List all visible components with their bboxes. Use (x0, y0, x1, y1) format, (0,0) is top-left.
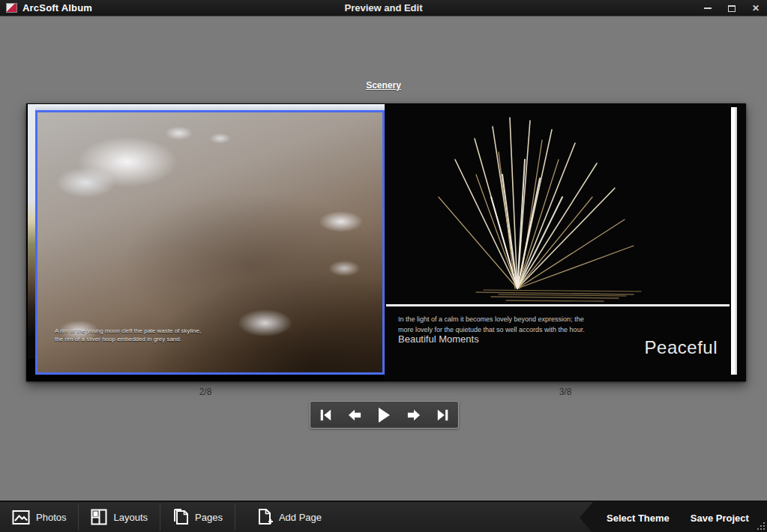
page-stack-edge (28, 104, 35, 359)
scenery-theme-link[interactable]: Scenery (366, 80, 401, 91)
right-page-quote: In the light of a calm it becomes lovely… (398, 315, 585, 335)
save-project-button[interactable]: Save Project (680, 502, 760, 532)
bottom-toolbar: Photos Layouts Pages Add Page Select The (0, 501, 767, 532)
arrow-right-icon (406, 408, 422, 422)
pages-label: Pages (195, 512, 223, 523)
app-icon (6, 3, 17, 13)
right-page-title: Peaceful (645, 337, 718, 358)
minimize-button[interactable] (701, 2, 715, 14)
previous-page-button[interactable] (342, 404, 367, 426)
pages-button[interactable]: Pages (160, 502, 235, 532)
layouts-icon (91, 509, 107, 525)
title-bar: ArcSoft Album Preview and Edit ✕ (0, 0, 767, 16)
last-page-button[interactable] (430, 404, 456, 426)
photos-button[interactable]: Photos (0, 502, 78, 532)
first-page-button[interactable] (313, 404, 338, 426)
maximize-button[interactable] (725, 2, 739, 14)
layouts-button[interactable]: Layouts (79, 502, 160, 532)
photos-icon (12, 510, 30, 525)
photos-label: Photos (36, 512, 66, 523)
layouts-label: Layouts (113, 512, 148, 523)
album-right-page[interactable]: In the light of a calm it becomes lovely… (385, 103, 746, 380)
select-theme-button[interactable]: Select Theme (596, 502, 680, 532)
right-page-number: 3/8 (385, 387, 746, 397)
right-page-subtitle: Beautiful Moments (398, 333, 479, 345)
skip-to-first-icon (319, 408, 332, 422)
toolbar-divider (235, 504, 235, 531)
preview-workspace: Scenery A rim of the young moon cleft th… (0, 16, 767, 501)
right-page-photo[interactable] (386, 107, 730, 304)
page-navigation-bar (310, 401, 459, 429)
page-edge-stripe (731, 107, 737, 375)
toolbar-action-group: Select Theme Save Project Print (580, 502, 767, 532)
next-page-button[interactable] (401, 404, 427, 426)
photo-frame-line (386, 304, 730, 306)
bush-illustration (386, 107, 730, 304)
arrow-left-icon (346, 408, 363, 422)
resize-grip[interactable] (757, 522, 766, 531)
left-page-caption: A rim of the young moon cleft the pale w… (55, 327, 201, 344)
play-icon (376, 407, 391, 423)
add-page-label: Add Page (279, 512, 322, 523)
album-left-page[interactable]: A rim of the young moon cleft the pale w… (26, 103, 385, 380)
add-page-button[interactable]: Add Page (244, 502, 334, 532)
close-button[interactable]: ✕ (749, 2, 763, 14)
minimize-icon (704, 7, 712, 9)
album-spread: A rim of the young moon cleft the pale w… (26, 103, 746, 381)
maximize-icon (728, 5, 736, 12)
pages-icon (172, 508, 189, 526)
play-slideshow-button[interactable] (371, 404, 397, 426)
app-title: ArcSoft Album (22, 2, 92, 13)
close-icon: ✕ (752, 4, 760, 13)
skip-to-last-icon (436, 408, 450, 422)
add-page-icon (256, 508, 273, 526)
left-page-photo-selected[interactable]: A rim of the young moon cleft the pale w… (35, 110, 385, 375)
left-page-number: 2/8 (26, 387, 385, 397)
theme-link-row: Scenery (0, 78, 767, 91)
dialog-title: Preview and Edit (0, 2, 767, 13)
